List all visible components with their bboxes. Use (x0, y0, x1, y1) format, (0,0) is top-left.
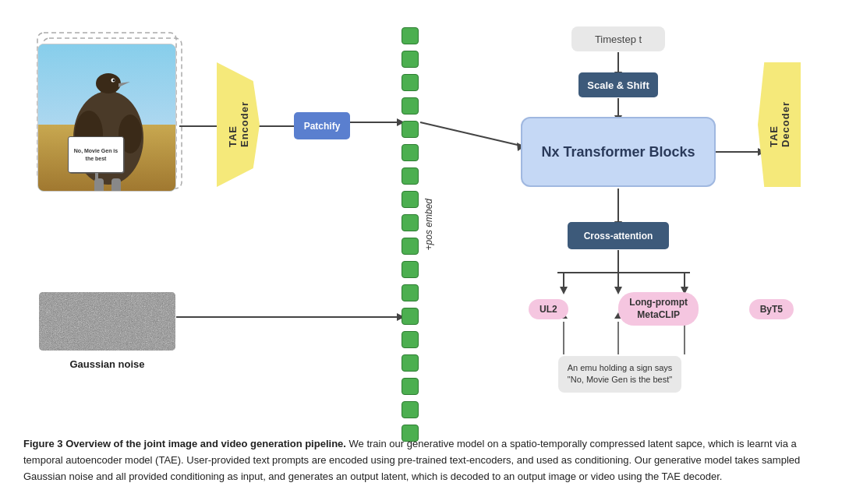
scale-shift-box: Scale & Shift (578, 72, 658, 97)
green-dot-15 (402, 354, 419, 372)
tae-decoder-label: TAEDecoder (768, 101, 791, 147)
encoder-nodes-row: UL2 Long-promptMetaCLIP ByT5 (529, 292, 794, 326)
green-dot-11 (402, 261, 419, 278)
transformer-box: Nx Transformer Blocks (521, 117, 716, 187)
cross-attention-box: Cross-attention (568, 222, 669, 249)
byt5-label: ByT5 (760, 304, 783, 315)
scale-shift-label: Scale & Shift (587, 79, 649, 91)
byt5-node: ByT5 (749, 299, 794, 319)
metaclip-node: Long-promptMetaCLIP (618, 292, 699, 326)
figure-caption: Figure 3 Overview of the joint image and… (23, 436, 803, 485)
green-dot-7 (402, 167, 419, 185)
svg-point-36 (96, 73, 121, 93)
ul2-node: UL2 (529, 299, 568, 319)
timestep-label: Timestep t (595, 33, 642, 45)
green-dot-2 (402, 51, 419, 68)
green-dot-14 (402, 331, 419, 348)
gaussian-label: Gaussian noise (39, 358, 175, 370)
pos-embed-label: +pos embed (423, 199, 434, 250)
green-dot-9 (402, 214, 419, 231)
caption-bold: Figure 3 Overview of the joint image and… (23, 438, 346, 449)
svg-rect-35 (101, 87, 116, 138)
green-dot-8 (402, 191, 419, 208)
svg-rect-43 (111, 178, 121, 191)
text-prompt-box: An emu holding a sign says"No, Movie Gen… (558, 356, 681, 393)
green-dot-3 (402, 74, 419, 91)
green-dot-6 (402, 144, 419, 161)
transformer-label: Nx Transformer Blocks (541, 144, 695, 160)
pos-embed-text: +pos embed (423, 199, 434, 250)
input-image: No, Movie Gen is the best (37, 44, 176, 192)
green-dot-13 (402, 308, 419, 325)
svg-line-10 (420, 122, 521, 146)
gaussian-noise-box (39, 292, 175, 351)
svg-point-39 (113, 79, 115, 82)
svg-rect-46 (39, 292, 175, 351)
green-dots-column (400, 27, 420, 442)
tae-encoder-label: TAEEncoder (227, 101, 250, 147)
green-dot-16 (402, 378, 419, 395)
diagram-area: No, Movie Gen is the best TAEEncoder Pat… (23, 16, 819, 428)
timestep-box: Timestep t (571, 26, 665, 51)
ul2-label: UL2 (540, 304, 557, 315)
cross-attn-label: Cross-attention (584, 231, 653, 241)
gaussian-label-text: Gaussian noise (69, 358, 144, 370)
patchify-label: Patchify (304, 121, 341, 132)
tae-encoder: TAEEncoder (217, 62, 260, 187)
metaclip-label: Long-promptMetaCLIP (629, 297, 688, 320)
green-dot-5 (402, 121, 419, 138)
sign-text: No, Movie Gen is the best (68, 136, 124, 173)
green-dot-12 (402, 284, 419, 301)
patchify-box: Patchify (294, 112, 350, 139)
tae-decoder: TAEDecoder (758, 62, 801, 187)
green-dot-17 (402, 401, 419, 418)
green-dot-4 (402, 97, 419, 115)
green-dot-10 (402, 238, 419, 255)
noise-svg (39, 292, 175, 351)
green-dot-18 (402, 425, 419, 442)
green-dot-1 (402, 27, 419, 44)
text-prompt-text: An emu holding a sign says"No, Movie Gen… (568, 363, 673, 384)
